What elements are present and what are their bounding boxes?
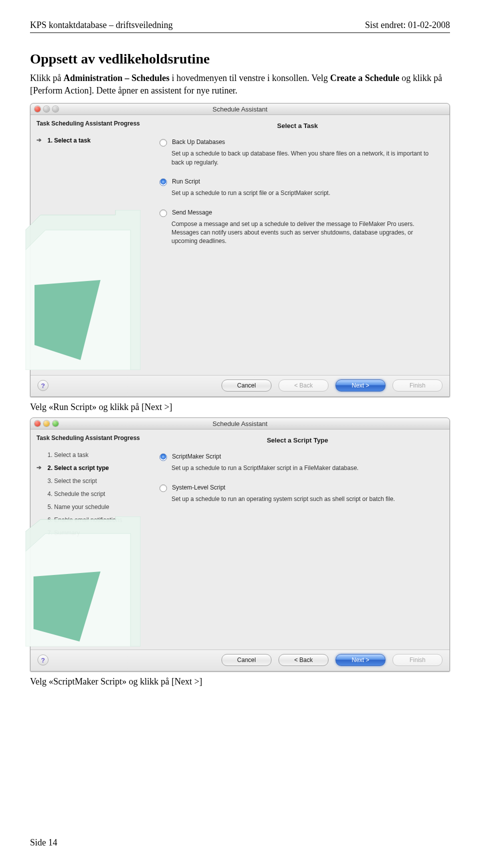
option-system-level-script[interactable]: System-Level Script <box>160 484 438 492</box>
folder-illustration-icon <box>26 210 140 370</box>
titlebar: Schedule Assistant <box>30 418 450 430</box>
main-pane: Select a Task Back Up Databases Set up a… <box>146 115 450 375</box>
svg-marker-1 <box>26 230 130 370</box>
step-item: 5. Name your schedule <box>36 500 140 514</box>
step-item: 2. Select a script type <box>36 462 140 474</box>
step-label: 6. Enable email notifications <box>48 516 122 524</box>
svg-marker-5 <box>34 572 100 642</box>
page-header: KPS kontaktdatabase – driftsveiledning S… <box>30 20 450 33</box>
finish-button[interactable]: Finish <box>392 380 442 392</box>
main-pane: Select a Script Type ScriptMaker Script … <box>146 430 450 650</box>
step-label: 5. Name your schedule <box>48 504 109 510</box>
option-description: Compose a message and set up a schedule … <box>172 220 432 246</box>
help-button[interactable]: ? <box>38 654 48 666</box>
next-button[interactable]: Next > <box>336 380 386 392</box>
titlebar: Schedule Assistant <box>30 104 450 115</box>
step-item: 4. Schedule the script <box>36 488 140 500</box>
button-bar: ? Cancel < Back Next > Finish <box>30 650 450 671</box>
option-description: Set up a schedule to run an operating sy… <box>172 495 432 504</box>
window-title: Schedule Assistant <box>30 106 450 113</box>
step-label: 4. Schedule the script <box>48 490 105 498</box>
option-scriptmaker-script[interactable]: ScriptMaker Script <box>160 453 438 461</box>
radio-icon[interactable] <box>160 178 167 186</box>
step-label: 3. Select the script <box>48 478 97 484</box>
step-item: 1. Select a task <box>36 448 140 462</box>
text-bold: Create a Schedule <box>330 73 400 83</box>
step-item: 1. Select a task <box>36 134 140 147</box>
back-button[interactable]: < Back <box>278 380 328 392</box>
text: Klikk på <box>30 73 64 83</box>
radio-icon[interactable] <box>160 210 167 217</box>
option-run-script[interactable]: Run Script <box>160 178 438 186</box>
pane-title: Select a Task <box>158 122 438 130</box>
step-item: 3. Select the script <box>36 474 140 488</box>
pane-title: Select a Script Type <box>158 436 438 444</box>
option-description: Set up a schedule to back up database fi… <box>172 150 432 167</box>
option-label: ScriptMaker Script <box>172 453 221 460</box>
svg-marker-0 <box>26 210 140 370</box>
sidebar-title: Task Scheduling Assistant Progress <box>36 434 140 442</box>
option-send-message[interactable]: Send Message <box>160 209 438 217</box>
step-item: 6. Enable email notifications <box>36 514 140 526</box>
intro-paragraph: Klikk på Administration – Schedules i ho… <box>30 72 450 97</box>
radio-icon[interactable] <box>160 454 167 461</box>
cancel-button[interactable]: Cancel <box>222 654 272 666</box>
next-button[interactable]: Next > <box>336 654 386 666</box>
caption-1: Velg «Run Script» og klikk på [Next >] <box>30 402 450 412</box>
option-label: Run Script <box>172 178 200 185</box>
text: i hovedmenyen til venstre i konsollen. V… <box>170 73 330 83</box>
option-description: Set up a schedule to run a script file o… <box>172 189 432 198</box>
step-label: 1. Select a task <box>48 137 90 144</box>
header-right: Sist endret: 01-02-2008 <box>365 20 450 30</box>
step-label: 1. Select a task <box>48 452 88 458</box>
schedule-assistant-dialog-1: Schedule Assistant Task Scheduling Assis… <box>30 103 450 397</box>
option-label: System-Level Script <box>172 484 226 491</box>
help-button[interactable]: ? <box>38 380 48 391</box>
caption-2: Velg «ScriptMaker Script» og klikk på [N… <box>30 676 450 687</box>
sidebar: Task Scheduling Assistant Progress 1. Se… <box>30 115 146 375</box>
radio-icon[interactable] <box>160 484 167 492</box>
option-description: Set up a schedule to run a ScriptMaker s… <box>172 464 432 472</box>
option-label: Back Up Databases <box>172 138 225 146</box>
step-label: 2. Select a script type <box>48 464 109 472</box>
option-label: Send Message <box>172 209 212 216</box>
sidebar-title: Task Scheduling Assistant Progress <box>36 120 140 127</box>
step-item: 7. Summary <box>36 526 140 540</box>
text-bold: Administration – Schedules <box>64 73 170 83</box>
sidebar: Task Scheduling Assistant Progress 1. Se… <box>30 430 146 650</box>
step-label: 7. Summary <box>48 530 80 536</box>
option-backup-databases[interactable]: Back Up Databases <box>160 138 438 146</box>
page-footer: Side 14 <box>30 838 58 848</box>
schedule-assistant-dialog-2: Schedule Assistant Task Scheduling Assis… <box>30 418 450 672</box>
button-bar: ? Cancel < Back Next > Finish <box>30 375 450 396</box>
section-heading: Oppsett av vedlikeholdsrutine <box>30 51 450 67</box>
radio-icon[interactable] <box>160 139 167 146</box>
svg-marker-2 <box>34 280 100 360</box>
finish-button[interactable]: Finish <box>392 654 442 666</box>
header-left: KPS kontaktdatabase – driftsveiledning <box>30 20 172 30</box>
cancel-button[interactable]: Cancel <box>222 380 272 392</box>
window-title: Schedule Assistant <box>30 420 450 428</box>
back-button[interactable]: < Back <box>278 654 328 666</box>
svg-marker-4 <box>26 534 130 646</box>
